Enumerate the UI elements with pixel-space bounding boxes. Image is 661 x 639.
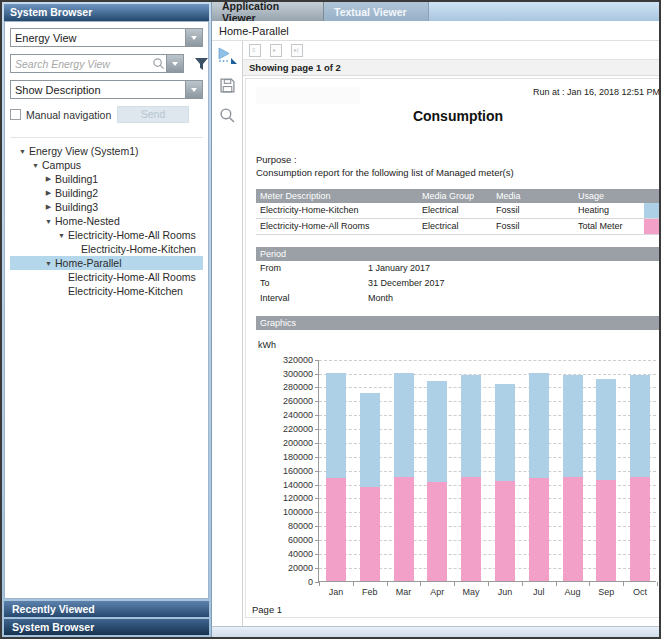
tree-collapsed-icon[interactable]: ▶ bbox=[42, 203, 55, 211]
tree-expanded-icon[interactable]: ▼ bbox=[42, 260, 55, 267]
tree-collapsed-icon[interactable]: ▶ bbox=[42, 189, 55, 197]
tab-textual-viewer[interactable]: Textual Viewer bbox=[324, 2, 429, 21]
next-page-button[interactable]: ▸ bbox=[270, 44, 282, 57]
bar-segment-total-meter bbox=[563, 477, 583, 581]
tree-item-electricity-home-all-rooms[interactable]: ▼Electricity-Home-All Rooms bbox=[10, 228, 203, 242]
y-axis-label: 320000 bbox=[261, 355, 313, 365]
tree-item-electricity-home-all-rooms[interactable]: Electricity-Home-All Rooms bbox=[10, 270, 203, 284]
app-window: System Browser Energy View bbox=[0, 0, 661, 639]
manual-navigation-checkbox[interactable] bbox=[10, 109, 21, 120]
x-axis-tick bbox=[319, 582, 320, 586]
tree-expanded-icon[interactable]: ▼ bbox=[16, 148, 29, 155]
zoom-button[interactable] bbox=[219, 107, 235, 127]
x-axis-label: Oct bbox=[623, 587, 657, 597]
y-axis-label: 220000 bbox=[261, 424, 313, 434]
tree-item-building1[interactable]: ▶Building1 bbox=[10, 172, 203, 186]
chart-unit-label: kWh bbox=[258, 340, 659, 350]
y-axis-label: 80000 bbox=[261, 521, 313, 531]
y-axis-label: 40000 bbox=[261, 549, 313, 559]
bar-segment-total-meter bbox=[529, 478, 549, 581]
last-page-button[interactable]: ▸| bbox=[291, 44, 303, 57]
period-label: From bbox=[260, 263, 368, 273]
bar-segment-total-meter bbox=[495, 481, 515, 580]
system-browser-header[interactable]: System Browser bbox=[4, 4, 209, 21]
x-axis-label: Sep bbox=[589, 587, 623, 597]
y-axis-tick bbox=[315, 429, 319, 430]
x-axis-label: Aug bbox=[556, 587, 590, 597]
y-axis-tick bbox=[315, 374, 319, 375]
y-axis-tick bbox=[315, 526, 319, 527]
filter-button[interactable] bbox=[194, 57, 209, 71]
period-value: 31 December 2017 bbox=[368, 278, 445, 288]
tree-item-campus[interactable]: ▼Campus bbox=[10, 158, 203, 172]
tree-expanded-icon[interactable]: ▼ bbox=[42, 218, 55, 225]
horizontal-scrollbar[interactable] bbox=[212, 626, 659, 637]
y-axis-label: 160000 bbox=[261, 466, 313, 476]
tree-item-home-nested[interactable]: ▼Home-Nested bbox=[10, 214, 203, 228]
y-axis-label: 140000 bbox=[261, 480, 313, 490]
y-axis-tick bbox=[315, 498, 319, 499]
page-icon: ≡ bbox=[252, 47, 256, 53]
x-axis-tick bbox=[556, 582, 557, 586]
y-axis-tick bbox=[315, 401, 319, 402]
tree-item-label: Electricity-Home-All Rooms bbox=[68, 271, 196, 283]
tree-expanded-icon[interactable]: ▼ bbox=[29, 162, 42, 169]
tree-item-building2[interactable]: ▶Building2 bbox=[10, 186, 203, 200]
floppy-disk-icon bbox=[220, 78, 235, 93]
y-axis-tick bbox=[315, 568, 319, 569]
period-label: Interval bbox=[260, 293, 368, 303]
send-button[interactable]: Send bbox=[117, 106, 189, 123]
y-axis-tick bbox=[315, 415, 319, 416]
tree-item-electricity-home-kitchen[interactable]: Electricity-Home-Kitchen bbox=[10, 242, 203, 256]
logo-watermark bbox=[256, 87, 360, 104]
view-type-value: Energy View bbox=[11, 32, 185, 44]
tree-item-electricity-home-kitchen[interactable]: Electricity-Home-Kitchen bbox=[10, 284, 203, 298]
y-axis-label: 280000 bbox=[261, 382, 313, 392]
viewer-panel: Application Viewer Textual Viewer Home-P… bbox=[211, 2, 659, 637]
search-dropdown-button[interactable] bbox=[166, 55, 183, 72]
chevron-down-icon bbox=[191, 36, 197, 40]
bar-segment-total-meter bbox=[630, 477, 650, 580]
tree-item-label: Electricity-Home-All Rooms bbox=[68, 229, 196, 241]
x-axis-label: May bbox=[454, 587, 488, 597]
tree-item-label: Energy View (System1) bbox=[29, 145, 139, 157]
bar-segment-total-meter bbox=[394, 477, 414, 580]
tree-item-energy-view-system1-[interactable]: ▼Energy View (System1) bbox=[10, 144, 203, 158]
bar-segment-heating bbox=[630, 375, 650, 477]
x-axis-label: Jun bbox=[488, 587, 522, 597]
tree-expanded-icon[interactable]: ▼ bbox=[55, 232, 68, 239]
description-dropdown[interactable]: Show Description bbox=[10, 80, 203, 99]
x-axis-tick bbox=[623, 582, 624, 586]
tree-item-building3[interactable]: ▶Building3 bbox=[10, 200, 203, 214]
tree-collapsed-icon[interactable]: ▶ bbox=[42, 175, 55, 183]
search-input[interactable] bbox=[11, 58, 152, 70]
first-page-button[interactable]: ≡ bbox=[249, 44, 261, 57]
recently-viewed-bar[interactable]: Recently Viewed bbox=[4, 601, 209, 617]
bar-segment-heating bbox=[394, 373, 414, 477]
description-dropdown-button[interactable] bbox=[185, 81, 202, 98]
save-report-button[interactable] bbox=[220, 78, 235, 97]
run-report-button[interactable] bbox=[217, 47, 237, 68]
tree-item-home-parallel[interactable]: ▼Home-Parallel bbox=[10, 256, 203, 270]
meter-table-cell: Fossil bbox=[492, 203, 574, 219]
view-type-dropdown[interactable]: Energy View bbox=[10, 28, 203, 47]
x-axis-tick bbox=[589, 582, 590, 586]
system-browser-bar[interactable]: System Browser bbox=[4, 619, 209, 635]
y-axis-tick bbox=[315, 512, 319, 513]
meter-table-cell: Electrical bbox=[418, 203, 492, 219]
y-axis-label: 200000 bbox=[261, 438, 313, 448]
x-axis-tick bbox=[657, 582, 658, 586]
bar-segment-heating bbox=[596, 379, 616, 480]
y-axis-label: 240000 bbox=[261, 410, 313, 420]
showing-page-status: Showing page 1 of 2 bbox=[243, 60, 659, 76]
tab-application-viewer[interactable]: Application Viewer bbox=[212, 2, 324, 21]
consumption-chart: 0200004000060000800001000001200001400001… bbox=[318, 360, 656, 582]
meter-table-header: Meter Description bbox=[256, 189, 418, 203]
description-dropdown-value: Show Description bbox=[11, 84, 185, 96]
page-last-icon: ▸| bbox=[294, 47, 299, 53]
x-axis-tick bbox=[522, 582, 523, 586]
period-row: IntervalMonth bbox=[256, 291, 659, 306]
x-axis-label: Mar bbox=[387, 587, 421, 597]
view-type-dropdown-button[interactable] bbox=[185, 29, 202, 46]
tree-item-label: Building2 bbox=[55, 187, 98, 199]
